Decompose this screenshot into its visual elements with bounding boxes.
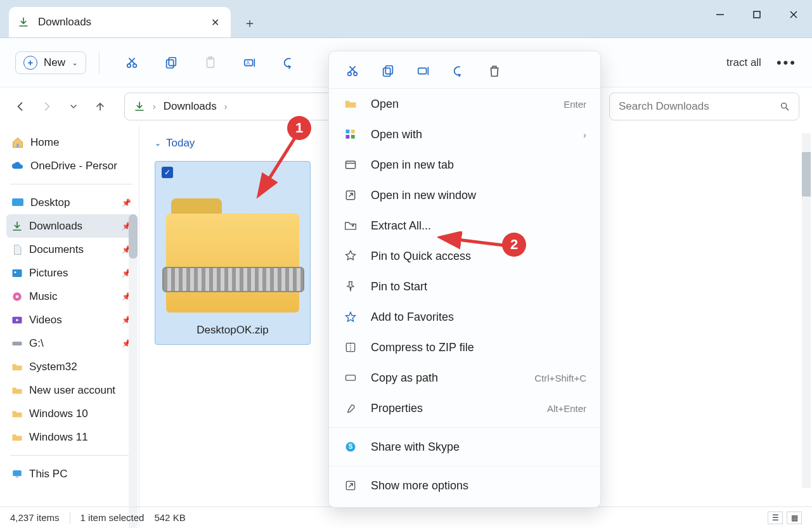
sidebar-label: This PC [29,468,67,480]
svg-point-20 [15,271,16,273]
cloud-icon [11,160,24,172]
file-name: DesktopOK.zip [197,324,268,337]
ctx-open-with[interactable]: Open with› [329,119,600,150]
sidebar-win10[interactable]: Windows 10 [6,402,136,425]
folder-icon [11,361,23,373]
rename-icon[interactable] [415,63,432,79]
search-input[interactable] [619,100,764,113]
search-icon[interactable] [780,101,790,112]
wrench-icon [343,402,358,415]
cut-icon[interactable] [344,63,361,79]
delete-icon[interactable] [486,63,503,79]
svg-rect-9 [167,60,174,68]
context-menu-quick-actions [329,58,600,89]
sidebar-scrollbar[interactable] [129,214,138,528]
maximize-button[interactable] [738,0,775,29]
close-tab-icon[interactable]: ✕ [208,16,222,29]
ctx-pin-start[interactable]: Pin to Start [329,271,600,302]
new-button[interactable]: + New ⌄ [15,51,86,74]
content-scrollbar[interactable] [802,133,811,488]
folder-open-icon [343,98,358,110]
path-icon [343,371,358,384]
ctx-properties[interactable]: PropertiesAlt+Enter [329,393,600,423]
sidebar-pictures[interactable]: Pictures📌 [6,261,136,285]
sidebar-home[interactable]: Home [6,131,136,154]
search-box[interactable] [609,93,799,120]
checkbox-checked-icon[interactable]: ✓ [162,167,173,178]
forward-button[interactable] [39,99,55,114]
svg-rect-1 [754,11,760,18]
up-button[interactable] [93,99,108,114]
ctx-label: Open in new window [371,189,476,202]
back-button[interactable] [13,99,28,114]
sidebar-drive-g[interactable]: G:\📌 [6,332,136,355]
new-tab-button[interactable]: ＋ [237,10,262,35]
svg-rect-18 [12,198,23,206]
sidebar-downloads[interactable]: Downloads📌 [6,214,136,238]
ctx-more-options[interactable]: Show more options [329,470,600,501]
ctx-open-new-tab[interactable]: Open in new tab [329,150,600,180]
tab-downloads[interactable]: Downloads ✕ [9,7,231,37]
star-icon [343,311,358,323]
folder-icon [11,432,23,443]
ctx-label: Open [371,98,399,111]
share-icon[interactable] [451,63,467,79]
svg-text:S: S [349,443,353,450]
context-menu-separator [329,466,600,467]
svg-point-5 [133,63,137,67]
sidebar-desktop[interactable]: Desktop📌 [6,191,136,214]
close-button[interactable] [775,0,812,29]
pictures-icon [11,267,23,279]
copy-icon[interactable] [160,52,182,74]
copy-icon[interactable] [380,63,396,79]
status-bar: 4,237 items 1 item selected 542 KB ☰ ▦ [0,506,812,528]
sidebar-label: System32 [29,361,77,373]
ctx-open-new-window[interactable]: Open in new window [329,180,600,210]
more-icon[interactable]: ••• [777,55,797,71]
titlebar: Downloads ✕ ＋ [0,0,812,38]
sidebar-this-pc[interactable]: This PC [6,462,136,486]
svg-rect-8 [169,57,176,65]
rename-icon[interactable]: A [239,52,261,74]
sidebar-label: Documents [29,243,84,256]
view-details-button[interactable]: ☰ [768,512,783,524]
ctx-copy-path[interactable]: Copy as pathCtrl+Shift+C [329,363,600,393]
ctx-skype[interactable]: SShare with Skype [329,432,600,462]
chevron-right-icon[interactable]: › [224,101,228,112]
monitor-icon [11,468,23,480]
paste-icon[interactable] [200,52,221,74]
scrollbar-thumb[interactable] [129,214,138,259]
ctx-label: Share with Skype [371,441,460,454]
context-menu-separator [329,427,600,428]
hint: Enter [564,99,586,110]
svg-rect-26 [13,470,22,476]
sidebar-win11[interactable]: Windows 11 [6,425,136,449]
svg-rect-34 [418,68,427,74]
sidebar-new-user[interactable]: New user account [6,378,136,402]
ctx-compress[interactable]: Compress to ZIP file [329,332,600,363]
open-with-icon [343,128,358,141]
share-icon[interactable] [278,52,300,74]
badge-text: 2 [510,236,518,253]
extract-all-label-cut[interactable]: tract all [726,56,761,69]
ctx-favorites[interactable]: Add to Favorites [329,302,600,332]
svg-point-15 [782,103,787,108]
sidebar-documents[interactable]: Documents📌 [6,238,136,261]
skype-icon: S [343,441,358,453]
ctx-open[interactable]: OpenEnter [329,89,600,119]
cut-icon[interactable] [121,52,143,74]
svg-rect-19 [13,269,22,277]
sidebar-videos[interactable]: Videos📌 [6,308,136,332]
breadcrumb-current[interactable]: Downloads [164,100,217,113]
ctx-label: Extract All... [371,219,431,233]
sidebar-music[interactable]: Music📌 [6,285,136,308]
view-grid-button[interactable]: ▦ [787,512,802,524]
status-count: 4,237 items [10,512,60,523]
sidebar-label: New user account [29,384,115,397]
sidebar-label: G:\ [29,337,44,350]
sidebar-system32[interactable]: System32 [6,355,136,378]
minimize-button[interactable] [702,0,738,29]
sidebar-onedrive[interactable]: OneDrive - Persor [6,154,136,177]
scrollbar-thumb[interactable] [802,152,811,196]
recent-dropdown[interactable] [66,99,81,114]
